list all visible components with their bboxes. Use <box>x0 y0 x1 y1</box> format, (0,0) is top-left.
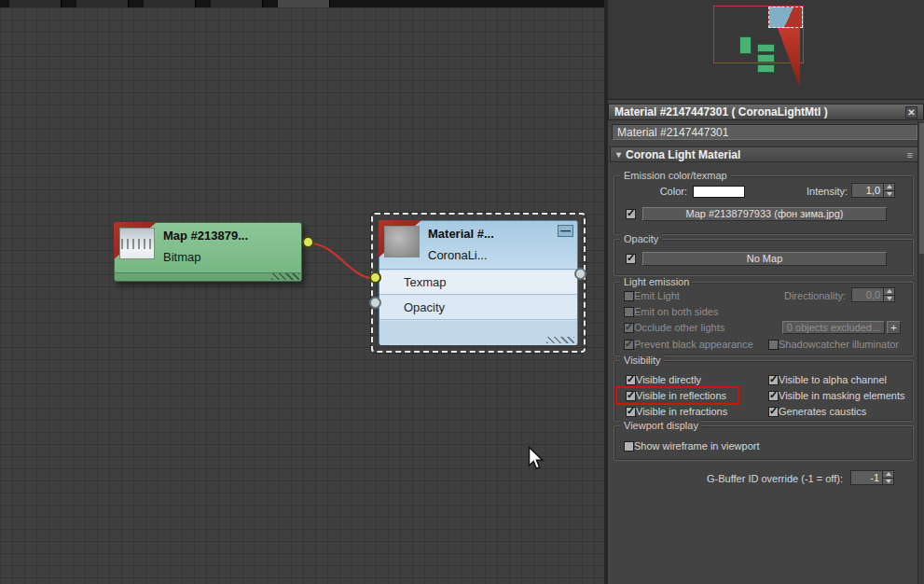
spinner-down-icon[interactable] <box>884 190 894 198</box>
show-wireframe-checkbox[interactable] <box>624 441 634 452</box>
material-titlebar[interactable]: Material #2147447301 ( CoronaLightMtl ) … <box>608 104 924 120</box>
node-title: Map #213879... <box>163 229 248 243</box>
view-tab[interactable] <box>211 0 263 7</box>
visible-alpha-label: Visible to alpha channel <box>779 374 887 385</box>
output-socket-bitmap[interactable] <box>302 236 314 248</box>
directionality-value[interactable]: 0,0 <box>851 287 883 302</box>
bitmap-node[interactable]: Map #213879... Bitmap <box>114 222 302 282</box>
color-label: Color: <box>648 186 687 197</box>
gbuffer-label: G-Buffer ID override (-1 = off): <box>645 473 843 484</box>
node-footer <box>379 321 577 345</box>
panel-scrollbar[interactable] <box>917 121 924 584</box>
navigator-node-green <box>739 36 752 54</box>
generates-caustics-label: Generates caustics <box>779 406 866 417</box>
right-panel: Material #2147447301 ( CoronaLightMtl ) … <box>608 0 924 584</box>
spinner-down-icon[interactable] <box>884 295 894 302</box>
show-wireframe-label: Show wireframe in viewport <box>634 440 760 452</box>
view-tab-active[interactable] <box>278 0 330 7</box>
bitmap-thumbnail[interactable] <box>119 228 155 259</box>
intensity-value[interactable]: 1,0 <box>851 183 883 198</box>
material-parameters-panel: Material #2147447301 ( CoronaLightMtl ) … <box>608 101 924 584</box>
slot-opacity[interactable]: Opacity <box>379 296 577 320</box>
node-minimize-button[interactable]: — <box>558 225 573 237</box>
visible-refractions-checkbox[interactable] <box>626 407 636 417</box>
highlight-annotation-box <box>615 386 739 405</box>
emission-color-swatch[interactable] <box>693 186 745 198</box>
navigator-selected-node <box>768 7 803 28</box>
panel-scrollbar-thumb[interactable] <box>919 123 924 254</box>
input-socket-texmap[interactable] <box>369 271 381 284</box>
view-tab[interactable] <box>76 0 129 7</box>
intensity-spinner[interactable]: 1,0 <box>851 183 895 198</box>
emit-light-label: Emit Light <box>634 290 680 301</box>
input-socket-opacity[interactable] <box>369 297 381 309</box>
visible-masking-label: Visible in masking elements <box>779 390 905 401</box>
emission-map-checkbox[interactable] <box>626 209 636 219</box>
view-tab-strip <box>0 0 604 7</box>
visible-refractions-label: Visible in refractions <box>636 406 727 417</box>
material-name-field[interactable] <box>612 124 917 140</box>
visible-alpha-checkbox[interactable] <box>768 375 779 385</box>
opacity-map-button[interactable]: No Map <box>642 252 887 266</box>
corona-light-material-node[interactable]: Material #... CoronaLi... — Texmap Opaci… <box>379 220 578 345</box>
rollout-title: Corona Light Material <box>626 148 740 161</box>
objects-excluded-button[interactable]: 0 objects excluded... <box>782 321 885 334</box>
occlude-other-lights-label: Occlude other lights <box>634 322 724 333</box>
view-tab[interactable] <box>9 0 62 7</box>
prevent-black-checkbox[interactable] <box>624 340 634 350</box>
slot-texmap[interactable]: Texmap <box>379 271 577 295</box>
group-label: Visibility <box>620 355 665 366</box>
view-tab[interactable] <box>144 0 196 7</box>
exclude-add-button[interactable]: + <box>887 321 901 334</box>
node-title: Material #... <box>428 227 494 241</box>
group-label: Opacity <box>620 233 662 244</box>
gbuffer-value[interactable]: -1 <box>850 470 882 485</box>
prevent-black-label: Prevent black appearance <box>634 339 753 350</box>
emit-both-sides-checkbox[interactable] <box>624 307 634 317</box>
rollout-corona-light-material[interactable]: ▾ Corona Light Material ≡ <box>610 146 919 162</box>
directionality-spinner[interactable]: 0,0 <box>851 287 895 302</box>
rollout-menu-icon[interactable]: ≡ <box>907 149 913 160</box>
output-socket-material[interactable] <box>574 268 586 280</box>
resize-grip-icon[interactable] <box>271 273 299 280</box>
intensity-label: Intensity: <box>788 186 848 197</box>
navigator-node-green <box>757 44 775 52</box>
group-opacity: Opacity No Map <box>614 239 914 276</box>
emission-map-button[interactable]: Map #2138797933 (фон зима.jpg) <box>642 207 887 221</box>
group-emission: Emission color/texmap Color: Intensity: … <box>614 175 914 235</box>
group-light-emission: Light emission Emit Light Directionality… <box>614 282 914 356</box>
node-footer <box>115 272 301 281</box>
navigator-panel[interactable] <box>608 0 924 100</box>
visible-directly-label: Visible directly <box>636 374 701 385</box>
resize-grip-icon[interactable] <box>546 337 574 343</box>
directionality-label: Directionality: <box>773 290 846 301</box>
shadowcatcher-checkbox[interactable] <box>768 340 779 350</box>
navigator-node-green <box>757 54 775 63</box>
group-visibility: Visibility Visible directly Visible to a… <box>614 360 914 422</box>
close-icon[interactable]: ✕ <box>905 106 917 118</box>
bitmap-thumbnail-detail <box>121 239 153 249</box>
group-label: Viewport display <box>620 420 702 431</box>
gbuffer-spinner[interactable]: -1 <box>850 470 894 485</box>
emit-both-sides-label: Emit on both sides <box>634 306 719 317</box>
visible-directly-checkbox[interactable] <box>626 375 636 385</box>
rollout-expand-icon: ▾ <box>616 149 621 160</box>
shadowcatcher-label: Shadowcatcher illuminator <box>779 339 899 350</box>
material-title: Material #2147447301 ( CoronaLightMtl ) <box>614 105 828 118</box>
group-label: Light emission <box>620 276 693 287</box>
generates-caustics-checkbox[interactable] <box>768 407 779 417</box>
material-thumbnail[interactable] <box>384 226 420 257</box>
navigator-node-green <box>757 64 775 73</box>
selection-outline: Material #... CoronaLi... — Texmap Opaci… <box>371 213 586 353</box>
node-editor-canvas[interactable]: Map #213879... Bitmap Material #... Coro… <box>0 7 604 584</box>
opacity-map-checkbox[interactable] <box>626 254 636 264</box>
visible-masking-checkbox[interactable] <box>768 391 779 401</box>
occlude-other-lights-checkbox[interactable] <box>624 323 634 333</box>
emit-light-checkbox[interactable] <box>624 291 634 301</box>
mouse-cursor <box>528 446 545 471</box>
group-label: Emission color/texmap <box>620 170 731 181</box>
node-subtitle: Bitmap <box>163 250 200 264</box>
group-viewport-display: Viewport display Show wireframe in viewp… <box>614 425 914 461</box>
node-subtitle: CoronaLi... <box>428 248 488 262</box>
spinner-down-icon[interactable] <box>883 478 893 485</box>
